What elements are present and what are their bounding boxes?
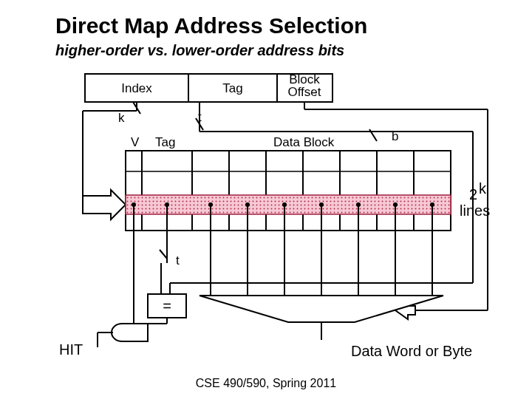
label-hit: HIT [59, 341, 83, 358]
addr-drops [137, 102, 304, 132]
and-gate [98, 324, 148, 347]
label-index: Index [121, 81, 152, 95]
label-tag: Tag [222, 81, 242, 95]
cache-array: V Tag Data Block [126, 135, 451, 231]
svg-text:Offset: Offset [287, 85, 321, 99]
label-tag-col: Tag [155, 135, 175, 149]
comparator: = [146, 294, 186, 324]
lines-label: 2 k lines [460, 180, 490, 219]
diagram-svg: Index Tag Block Offset k t b V [0, 0, 532, 399]
label-t-lower: t [176, 253, 180, 267]
label-V: V [131, 135, 140, 149]
svg-rect-20 [126, 151, 451, 231]
index-arrow [83, 190, 126, 219]
svg-text:2: 2 [469, 186, 477, 202]
label-k: k [118, 111, 125, 125]
svg-text:k: k [479, 180, 487, 197]
svg-text:lines: lines [460, 202, 490, 219]
label-data-block: Data Block [273, 135, 335, 149]
svg-line-47 [160, 250, 167, 259]
label-data-word: Data Word or Byte [351, 343, 472, 359]
svg-rect-31 [126, 195, 451, 214]
address-register: Index Tag Block Offset [85, 72, 332, 102]
svg-text:=: = [163, 298, 171, 314]
